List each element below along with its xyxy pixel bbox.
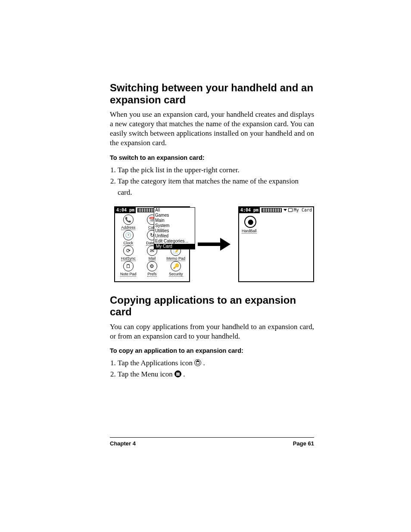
page-footer: Chapter 4 Page 61 [110, 437, 314, 447]
section1-steps: Tap the pick list in the upper-right cor… [110, 165, 314, 199]
app-label: Security [169, 272, 183, 277]
app-label: Mail [149, 256, 156, 261]
dropdown-item-selected[interactable]: My Card [154, 244, 195, 249]
app-item[interactable]: 🔑Security [164, 261, 188, 277]
step-text: . [183, 370, 185, 378]
app-item[interactable]: ⚙Prefs [140, 261, 164, 277]
chapter-label: Chapter 4 [110, 440, 136, 447]
app-item[interactable]: 🕑Clock [116, 230, 140, 246]
category-picklist[interactable]: My Card [283, 208, 313, 212]
step: Tap the Applications icon . [118, 358, 314, 369]
app-item[interactable]: ⬤ HardBall [239, 213, 313, 233]
section2-steps: Tap the Applications icon . Tap the Menu… [110, 358, 314, 380]
app-icon: ⬤ [244, 216, 256, 228]
step: Tap the Menu icon . [118, 369, 314, 380]
app-item[interactable]: ⟳HotSync [116, 246, 140, 261]
time-label: 4:04 pm [239, 207, 260, 213]
section1-subheading: To switch to an expansion card: [110, 154, 314, 161]
dropdown-label: My Card [156, 244, 172, 249]
app-icon: ⚙ [147, 261, 157, 271]
app-label: Memo Pad [167, 256, 186, 261]
time-label: 4:04 pm [115, 207, 136, 213]
step-text: . [203, 359, 205, 367]
category-dropdown[interactable]: AllGamesMainSystemUtilitiesUnfiledEdit C… [154, 207, 195, 249]
app-label: HardBall [242, 229, 257, 233]
section2-intro: You can copy applications from your hand… [110, 322, 314, 341]
battery-bar [262, 208, 282, 212]
step: Tap the category item that matches the n… [118, 176, 314, 199]
handheld-screen-before: 4:04 pm 📞Address📅Calc🕑Clock↻Date B⟳HotSy… [114, 206, 190, 282]
dropdown-item[interactable]: Main [154, 218, 195, 223]
applications-icon [194, 359, 201, 366]
app-icon: 🕑 [123, 230, 134, 240]
app-icon: 🗒 [123, 261, 134, 271]
titlebar: 4:04 pm My Card [239, 207, 313, 213]
page-number: Page 61 [293, 440, 314, 447]
app-icon: 🔑 [171, 261, 181, 271]
chevron-down-icon [283, 209, 287, 211]
handheld-screen-after: 4:04 pm My Card ⬤ HardBall [238, 206, 314, 282]
app-icon: ⟳ [123, 246, 134, 256]
figure-row: 4:04 pm 📞Address📅Calc🕑Clock↻Date B⟳HotSy… [114, 206, 314, 282]
app-label: Prefs [147, 272, 156, 277]
app-label: HotSync [121, 256, 136, 261]
app-item[interactable]: 🗒Note Pad [116, 261, 140, 277]
app-label: Note Pad [120, 272, 137, 277]
dropdown-item[interactable]: Utilities [154, 228, 195, 233]
menu-icon [174, 370, 181, 377]
step-text: Tap the Menu icon [118, 370, 174, 378]
step: Tap the pick list in the upper-right cor… [118, 165, 314, 176]
dropdown-item[interactable]: System [154, 223, 195, 228]
dropdown-item[interactable]: Games [154, 213, 195, 218]
step-text: Tap the Applications icon [118, 359, 194, 367]
section1-intro: When you use an expansion card, your han… [110, 110, 314, 148]
dropdown-item[interactable]: Unfiled [154, 233, 195, 239]
dropdown-item[interactable]: Edit Categories... [154, 239, 195, 244]
card-icon [288, 208, 293, 212]
app-icon: 📞 [123, 215, 134, 225]
arrow-icon [198, 238, 230, 251]
dropdown-item[interactable]: All [154, 208, 195, 213]
app-label: Address [121, 225, 135, 230]
section2-subheading: To copy an application to an expansion c… [110, 347, 314, 354]
category-label: My Card [294, 208, 312, 212]
section2-heading: Copying applications to an expansion car… [110, 294, 314, 318]
app-item[interactable]: 📞Address [116, 215, 140, 230]
app-label: Clock [123, 241, 133, 246]
section1-heading: Switching between your handheld and an e… [110, 82, 314, 106]
